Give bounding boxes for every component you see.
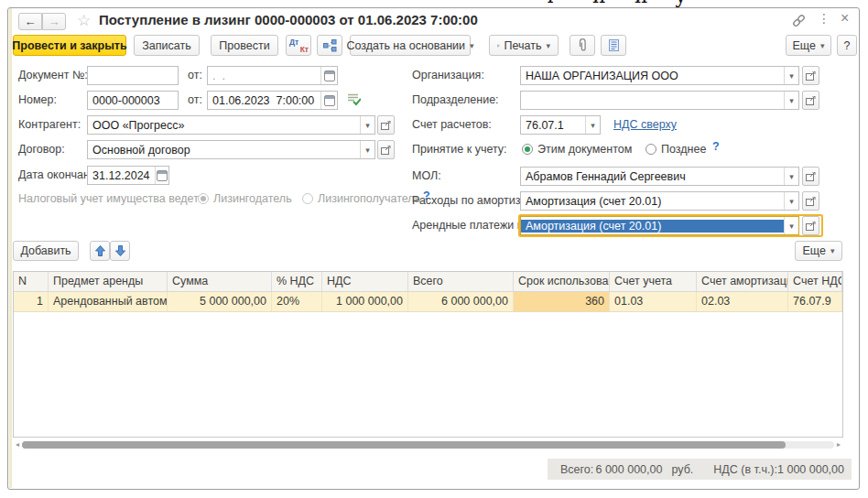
col-sum[interactable]: Сумма <box>168 272 272 291</box>
contract-open-button[interactable] <box>377 140 395 159</box>
cell-depr-account[interactable]: 02.03 <box>697 292 788 311</box>
division-open-button[interactable] <box>802 91 819 110</box>
favorite-star-icon[interactable]: ☆ <box>77 11 91 30</box>
number-input[interactable]: 0000-000003 <box>87 91 179 110</box>
total-value: 6 000 000,00 <box>593 463 662 476</box>
counterparty-open-button[interactable] <box>377 115 395 135</box>
dt-kt-postings-button[interactable]: ДтКт <box>286 35 311 56</box>
col-vat-rate[interactable]: % НДС <box>272 272 322 291</box>
cell-term-active[interactable]: 360 <box>514 292 610 311</box>
cell-vat-account[interactable]: 76.07.9 <box>788 292 842 311</box>
col-n[interactable]: N <box>14 272 49 291</box>
table-row[interactable]: 1 Арендованный автом... 5 000 000,00 20%… <box>14 292 842 312</box>
number-date-input[interactable]: 01.06.2023 7:00:00 <box>207 91 338 110</box>
structure-icon <box>323 39 337 52</box>
col-item[interactable]: Предмет аренды <box>49 272 168 291</box>
radio-this-document[interactable] <box>522 144 533 155</box>
post-button[interactable]: Провести <box>211 35 278 56</box>
back-button[interactable]: ← <box>18 13 42 30</box>
write-button[interactable]: Записать <box>134 35 200 56</box>
paperclip-icon <box>577 38 588 52</box>
forward-button[interactable]: → <box>42 13 66 30</box>
radio-this-document-label: Этим документом <box>537 140 632 159</box>
mol-open-button[interactable] <box>802 167 819 186</box>
chevron-down-icon[interactable] <box>360 116 374 134</box>
radio-later[interactable] <box>646 144 656 155</box>
col-total[interactable]: Всего <box>408 272 514 291</box>
col-term[interactable]: Срок использования <box>514 272 610 291</box>
open-form-icon <box>806 71 816 81</box>
depreciation-expenses-open-button[interactable] <box>802 191 819 211</box>
division-combo[interactable] <box>520 91 799 110</box>
move-row-down-button[interactable] <box>110 241 130 261</box>
scrollbar-track[interactable] <box>22 441 834 449</box>
cell-n[interactable]: 1 <box>14 292 49 311</box>
vat-total-label: НДС (в т.ч.): <box>713 463 777 476</box>
mol-combo[interactable]: Абрамов Геннадий Сергеевич <box>520 167 799 186</box>
cell-sum[interactable]: 5 000 000,00 <box>168 292 272 311</box>
post-and-close-button[interactable]: Провести и закрыть <box>13 35 126 56</box>
horizontal-scrollbar[interactable]: ◂ ▸ <box>13 440 843 449</box>
radio-lessor-label: Лизингодатель <box>213 189 292 209</box>
cell-total[interactable]: 6 000 000,00 <box>408 292 514 311</box>
rent-payments-combo[interactable]: Амортизация (счет 20.01) <box>520 216 799 235</box>
organization-open-button[interactable] <box>802 66 819 85</box>
acceptance-label: Принятие к учету: <box>412 140 507 159</box>
chevron-down-icon[interactable] <box>585 116 600 134</box>
scrollbar-thumb[interactable] <box>22 441 786 449</box>
chevron-down-icon[interactable] <box>784 92 798 109</box>
number-label: Номер: <box>18 91 57 110</box>
items-table: N Предмет аренды Сумма % НДС НДС Всего С… <box>13 271 843 438</box>
change-list-icon[interactable] <box>347 92 361 106</box>
col-vat[interactable]: НДС <box>322 272 408 291</box>
chevron-down-icon[interactable] <box>784 168 798 185</box>
related-documents-button[interactable] <box>601 35 626 56</box>
acceptance-help-icon[interactable]: ? <box>712 140 720 153</box>
chevron-down-icon[interactable] <box>784 67 798 84</box>
counterparty-combo[interactable]: ООО «Прогресс» <box>87 115 375 135</box>
dt-kt-icon: ДтКт <box>288 38 309 54</box>
doc-date-input[interactable]: . . <box>207 66 338 85</box>
depreciation-expenses-combo[interactable]: Амортизация (счет 20.01) <box>520 191 799 211</box>
calendar-button[interactable] <box>320 92 337 109</box>
more-actions-button[interactable]: Еще <box>786 35 831 56</box>
doc-no-input[interactable] <box>87 66 179 85</box>
chevron-down-icon[interactable] <box>360 141 374 158</box>
cell-account[interactable]: 01.03 <box>610 292 697 311</box>
document-structure-button[interactable] <box>317 35 342 56</box>
print-button[interactable]: Печать <box>489 35 559 56</box>
move-row-up-button[interactable] <box>90 241 110 261</box>
cell-vat-rate[interactable]: 20% <box>272 292 322 311</box>
radio-lessee <box>302 193 313 204</box>
cell-item[interactable]: Арендованный автом... <box>49 292 168 311</box>
scroll-right-icon[interactable]: ▸ <box>834 440 843 449</box>
cell-vat[interactable]: 1 000 000,00 <box>322 292 408 311</box>
add-row-button[interactable]: Добавить <box>13 241 79 261</box>
col-depr-account[interactable]: Счет амортизации <box>697 272 788 291</box>
vat-on-top-link[interactable]: НДС сверху <box>613 115 677 135</box>
calendar-icon <box>157 170 168 181</box>
rent-payments-open-button[interactable] <box>802 216 819 235</box>
organization-label: Организация: <box>412 66 484 85</box>
calendar-button[interactable] <box>320 67 337 84</box>
contract-label: Договор: <box>18 140 65 159</box>
close-icon[interactable]: × <box>841 10 849 27</box>
open-form-icon <box>806 172 816 181</box>
currency-label: руб. <box>671 463 693 476</box>
contract-combo[interactable]: Основной договор <box>87 140 375 159</box>
scroll-left-icon[interactable]: ◂ <box>13 440 22 449</box>
calendar-button[interactable] <box>155 167 168 184</box>
col-vat-account[interactable]: Счет НДС <box>788 272 842 291</box>
get-link-icon[interactable] <box>791 14 807 27</box>
col-account[interactable]: Счет учета <box>610 272 697 291</box>
chevron-down-icon[interactable] <box>784 192 798 210</box>
more-menu-icon[interactable]: ⋮ <box>818 11 830 26</box>
grid-more-button[interactable]: Еще <box>795 241 842 261</box>
chevron-down-icon[interactable] <box>784 217 798 234</box>
end-date-input[interactable]: 31.12.2024 <box>87 166 169 185</box>
settlement-account-combo[interactable]: 76.07.1 <box>520 115 601 135</box>
organization-combo[interactable]: НАША ОРГАНИЗАЦИЯ ООО <box>520 66 799 85</box>
attachments-button[interactable] <box>570 35 595 56</box>
help-button[interactable]: ? <box>837 35 857 56</box>
create-on-basis-button[interactable]: Создать на основании <box>350 35 471 56</box>
